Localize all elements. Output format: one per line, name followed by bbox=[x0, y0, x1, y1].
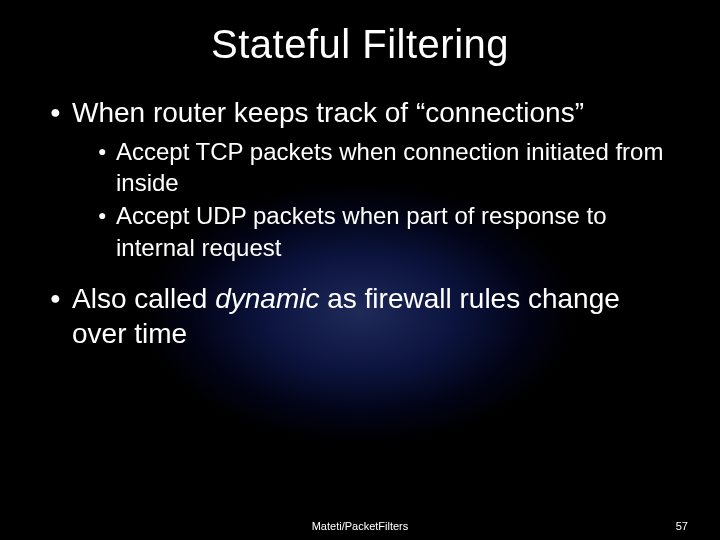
bullet-level1: ● When router keeps track of “connection… bbox=[50, 95, 670, 130]
bullet-text: Accept TCP packets when connection initi… bbox=[116, 136, 670, 198]
bullet-level2: ● Accept TCP packets when connection ini… bbox=[98, 136, 670, 198]
bullet-text: Accept UDP packets when part of response… bbox=[116, 200, 670, 262]
bullet-icon: ● bbox=[50, 95, 72, 129]
footer-page-number: 57 bbox=[676, 520, 688, 532]
text-run: Also called bbox=[72, 283, 215, 314]
sub-bullet-group: ● Accept TCP packets when connection ini… bbox=[98, 136, 670, 263]
bullet-text: Also called dynamic as firewall rules ch… bbox=[72, 281, 670, 351]
text-emphasis: dynamic bbox=[215, 283, 319, 314]
slide-title: Stateful Filtering bbox=[40, 22, 680, 67]
footer-source: Mateti/PacketFilters bbox=[312, 520, 409, 532]
bullet-level1: ● Also called dynamic as firewall rules … bbox=[50, 281, 670, 351]
slide: Stateful Filtering ● When router keeps t… bbox=[0, 0, 720, 540]
slide-content: ● When router keeps track of “connection… bbox=[40, 95, 680, 351]
bullet-text: When router keeps track of “connections” bbox=[72, 95, 584, 130]
bullet-level2: ● Accept UDP packets when part of respon… bbox=[98, 200, 670, 262]
bullet-icon: ● bbox=[98, 200, 116, 230]
bullet-icon: ● bbox=[50, 281, 72, 315]
bullet-icon: ● bbox=[98, 136, 116, 166]
